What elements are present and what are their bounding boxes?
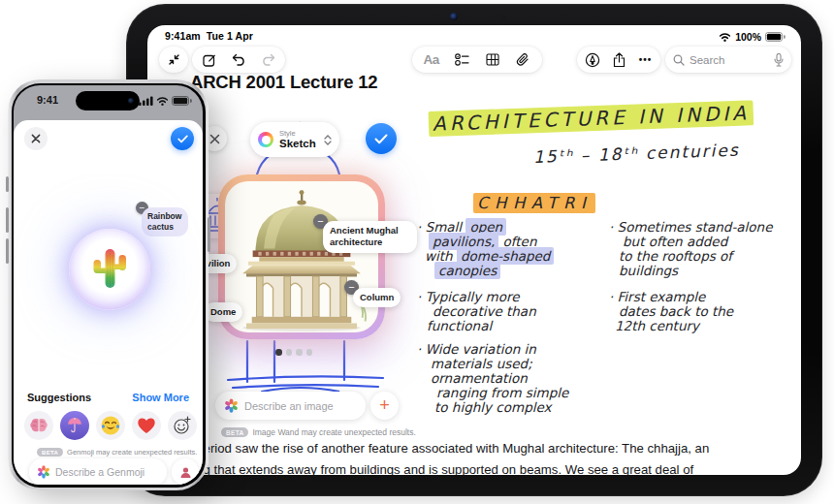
handwritten-line: decorative than (433, 303, 536, 319)
handwritten-line: · Typically more (417, 289, 519, 304)
signal-icon (139, 96, 153, 106)
wand-disclaimer: BETA Image Wand may create unexpected re… (221, 427, 416, 437)
genmoji-close-button[interactable] (24, 127, 48, 150)
iphone-screen: 9:41 − Rainbow cactus (14, 85, 203, 485)
dynamic-island (76, 91, 140, 110)
handwritten-line: ARCHITECTURE IN INDIA (429, 101, 754, 136)
umbrella-emoji[interactable] (60, 411, 89, 440)
style-selector[interactable]: Style Sketch (250, 122, 339, 157)
apple-intelligence-icon (37, 465, 50, 479)
note-paragraph-line: ning that extends away from buildings an… (186, 462, 693, 475)
iphone-status-time: 9:41 (37, 94, 58, 106)
volume-up-button (6, 207, 9, 233)
style-value: Sketch (279, 138, 316, 149)
laughing-crying-emoji[interactable] (96, 411, 125, 440)
handwritten-line: buildings (619, 263, 678, 278)
tag-column[interactable]: Column (353, 288, 401, 307)
handwritten-line: 15ᵗʰ – 18ᵗʰ centuries (533, 141, 740, 167)
handwritten-line: materials used; (431, 356, 532, 371)
power-button (208, 217, 210, 252)
tag-rainbow-cactus[interactable]: Rainbow cactus (142, 207, 188, 236)
genmoji-accept-button[interactable] (171, 127, 194, 150)
ipad-camera (450, 13, 458, 20)
handwritten-line: · Sometimes stand-alone (609, 219, 772, 235)
handwritten-line: CHHATRI (473, 194, 595, 212)
handwritten-line: to the rooftops of (619, 248, 732, 264)
handwritten-line: · Wide variation in (417, 341, 536, 357)
close-icon (209, 134, 220, 144)
handwritten-line: functional (427, 318, 492, 333)
ipad-device: 9:41am Tue 1 Apr 100% Aa ••• Search (126, 4, 822, 496)
describe-image-placeholder: Describe an image (244, 400, 334, 412)
genmoji-disclaimer: BETA Genmoji may create unexpected resul… (37, 448, 197, 457)
chevron-up-down-icon (324, 135, 332, 145)
checkmark-icon (374, 134, 388, 144)
generated-image (225, 181, 378, 332)
create-genmoji-icon[interactable] (168, 411, 197, 440)
iphone-status-right (139, 96, 192, 106)
describe-genmoji-input[interactable]: Describe a Genmoji (29, 458, 167, 485)
genmoji-preview (69, 229, 150, 310)
handwritten-line: ranging from simple (436, 385, 568, 400)
handwritten-line: 12th century (615, 318, 699, 333)
handwritten-line: but often added (623, 234, 727, 249)
beta-badge: BETA (37, 448, 63, 457)
handwritten-line: dates back to the (619, 303, 733, 319)
suggestions-row (24, 411, 197, 440)
beta-badge: BETA (221, 427, 248, 437)
wand-accept-button[interactable] (366, 123, 397, 154)
handwritten-line: ornamentation (431, 370, 528, 386)
describe-image-input[interactable]: Describe an image (215, 392, 366, 420)
describe-genmoji-placeholder: Describe a Genmoji (55, 466, 144, 478)
genmoji-sheet: − Rainbow cactus Suggestions Show More (14, 120, 203, 485)
suggestions-label: Suggestions (27, 392, 91, 403)
note-paragraph-line: s period saw the rise of another feature… (186, 441, 709, 456)
apple-intelligence-icon (224, 398, 239, 413)
wifi-icon (156, 96, 169, 106)
close-icon (31, 134, 41, 143)
handwritten-line: to highly complex (434, 399, 552, 415)
show-more-link[interactable]: Show More (132, 392, 189, 403)
battery-icon (172, 96, 192, 106)
action-button (6, 176, 9, 192)
handwritten-line: canopies (434, 263, 500, 278)
handwritten-line: · First example (609, 289, 705, 304)
volume-down-button (6, 238, 9, 264)
carousel-dots[interactable] (275, 349, 312, 356)
generated-image-frame[interactable] (218, 174, 385, 339)
tag-dome[interactable]: Dome (204, 302, 242, 322)
heart-emoji[interactable] (132, 411, 161, 440)
ipad-screen: 9:41am Tue 1 Apr 100% Aa ••• Search (147, 25, 801, 475)
rainbow-cactus-emoji (89, 246, 130, 293)
iphone-device: 9:41 − Rainbow cactus (8, 79, 208, 490)
person-icon (179, 466, 192, 479)
add-image-button[interactable]: + (370, 392, 399, 420)
style-icon (258, 132, 273, 147)
ipad-sensor (502, 16, 506, 19)
tag-mughal[interactable]: Ancient Mughal architecture (323, 221, 417, 253)
style-label: Style (279, 130, 316, 138)
brain-emoji[interactable] (24, 411, 53, 440)
checkmark-icon (177, 135, 188, 143)
